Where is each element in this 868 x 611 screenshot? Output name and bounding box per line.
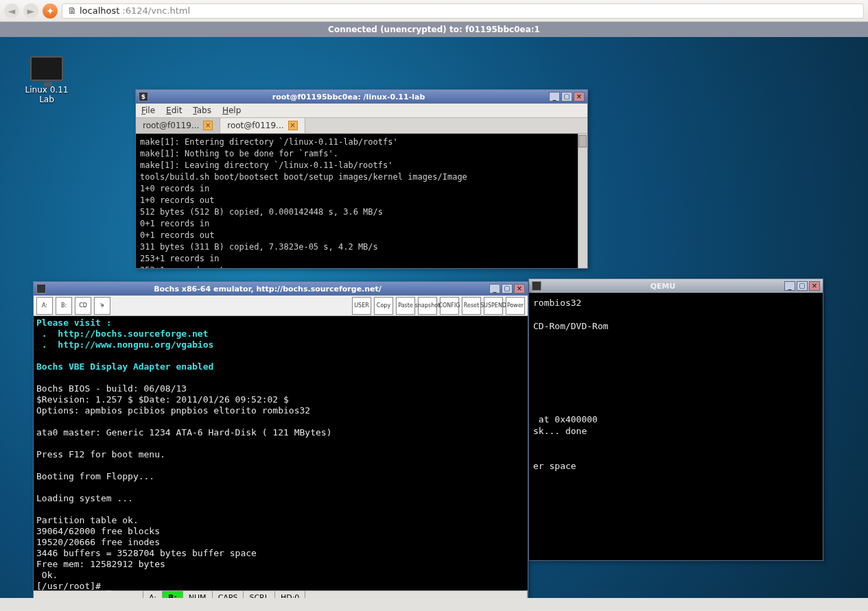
menu-tabs[interactable]: Tabs: [193, 106, 211, 115]
url-bar[interactable]: 🗎 localhost:6124/vnc.html: [62, 3, 864, 19]
maximize-button[interactable]: ▢: [561, 92, 572, 101]
tab-label: root@f0119...: [143, 121, 199, 130]
forward-button[interactable]: ►: [23, 3, 38, 19]
menu-edit[interactable]: Edit: [166, 106, 182, 115]
suspend-button[interactable]: SUSPEND: [484, 297, 503, 315]
config-button[interactable]: CONFIG: [440, 297, 459, 315]
url-host: localhost: [80, 5, 119, 16]
qemu-titlebar[interactable]: QEMU _ ▢ ×: [529, 279, 823, 293]
page-icon: 🗎: [68, 5, 77, 16]
close-button[interactable]: ×: [809, 281, 820, 291]
terminal-title: root@f01195bbc0ea: /linux-0.11-lab: [151, 93, 546, 101]
terminal-window[interactable]: $ root@f01195bbc0ea: /linux-0.11-lab _ ▢…: [135, 89, 588, 269]
home-button[interactable]: ✦: [43, 3, 58, 19]
scrollbar[interactable]: [578, 134, 587, 268]
floppy-b-icon[interactable]: B:: [56, 297, 72, 315]
desktop-taskbar: [0, 598, 868, 610]
qemu-window[interactable]: QEMU _ ▢ × rombios32 CD-Rom/DVD-Rom at 0…: [528, 278, 823, 561]
maximize-button[interactable]: ▢: [797, 281, 808, 291]
terminal-menubar: File Edit Tabs Help: [136, 104, 587, 118]
qemu-title: QEMU: [544, 282, 782, 291]
reset-button[interactable]: Reset: [462, 297, 481, 315]
terminal-tab-2[interactable]: root@f0119... ×: [220, 118, 305, 133]
desktop-icon-linux-lab[interactable]: Linux 0.11 Lab: [19, 56, 74, 104]
minimize-button[interactable]: _: [784, 281, 795, 291]
back-button[interactable]: ◄: [4, 3, 19, 19]
maximize-button[interactable]: ▢: [502, 284, 513, 293]
close-icon[interactable]: ×: [203, 121, 213, 130]
monitor-icon: [30, 56, 63, 81]
close-button[interactable]: ×: [514, 284, 525, 293]
bochs-banner-text: Please visit : . http://bochs.sourceforg…: [36, 318, 213, 372]
power-button[interactable]: Power: [506, 297, 525, 315]
close-button[interactable]: ×: [574, 92, 585, 101]
terminal-tab-1[interactable]: root@f0119... ×: [136, 118, 220, 133]
user-button[interactable]: USER: [352, 297, 371, 315]
browser-toolbar: ◄ ► ✦ 🗎 localhost:6124/vnc.html: [0, 0, 868, 22]
bochs-boot-text: Bochs BIOS - build: 06/08/13 $Revision: …: [36, 383, 331, 591]
tab-label: root@f0119...: [227, 121, 283, 130]
scrollbar-thumb[interactable]: [578, 135, 587, 147]
close-icon[interactable]: ×: [288, 121, 298, 130]
url-rest: :6124/vnc.html: [122, 5, 190, 16]
bochs-console[interactable]: Please visit : . http://bochs.sourceforg…: [34, 316, 528, 590]
window-icon: [532, 281, 541, 291]
vnc-status-banner: Connected (unencrypted) to: f01195bbc0ea…: [0, 22, 868, 37]
terminal-tabs: root@f0119... × root@f0119... ×: [136, 118, 587, 134]
bochs-toolbar: A: B: CD 🖰 USER Copy Paste snapshot CONF…: [34, 296, 528, 316]
minimize-button[interactable]: _: [489, 284, 500, 293]
qemu-console[interactable]: rombios32 CD-Rom/DVD-Rom at 0x400000 sk.…: [529, 293, 823, 560]
terminal-titlebar[interactable]: $ root@f01195bbc0ea: /linux-0.11-lab _ ▢…: [136, 90, 587, 104]
copy-button[interactable]: Copy: [374, 297, 393, 315]
bochs-titlebar[interactable]: Bochs x86-64 emulator, http://bochs.sour…: [34, 282, 528, 296]
snapshot-button[interactable]: snapshot: [418, 297, 437, 315]
bochs-window[interactable]: Bochs x86-64 emulator, http://bochs.sour…: [33, 281, 528, 605]
menu-help[interactable]: Help: [222, 106, 241, 115]
bochs-title: Bochs x86-64 emulator, http://bochs.sour…: [49, 285, 486, 293]
menu-file[interactable]: File: [141, 106, 155, 115]
minimize-button[interactable]: _: [549, 92, 560, 101]
paste-button[interactable]: Paste: [396, 297, 415, 315]
terminal-output[interactable]: make[1]: Entering directory `/linux-0.11…: [136, 134, 587, 268]
vnc-viewport: Connected (unencrypted) to: f01195bbc0ea…: [0, 22, 868, 611]
window-icon: [36, 284, 46, 293]
mouse-icon[interactable]: 🖰: [94, 297, 110, 315]
window-icon: $: [139, 92, 148, 101]
remote-desktop[interactable]: Linux 0.11 Lab QEMU _ ▢ × rombios32 CD-R…: [0, 37, 868, 610]
desktop-icon-label: Linux 0.11 Lab: [19, 85, 74, 104]
cdrom-icon[interactable]: CD: [75, 297, 91, 315]
floppy-a-icon[interactable]: A:: [36, 297, 53, 315]
